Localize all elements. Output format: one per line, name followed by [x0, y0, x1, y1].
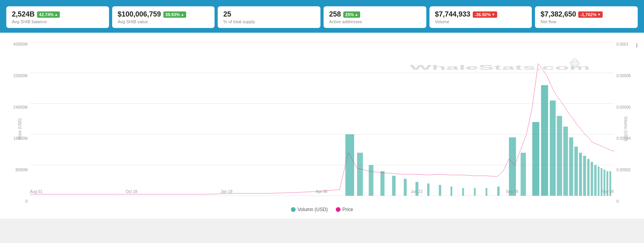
metric-label-active-addresses: Active addresses [329, 19, 421, 24]
y-left-tick: 8000M [15, 168, 28, 172]
legend-label: Volumn (USD) [298, 207, 328, 212]
metric-card-avg-shib-value: $100,006,759 39.93% Avg SHIB value [112, 6, 215, 28]
metric-badge-active-addresses: 25% [343, 11, 360, 18]
metrics-row: 2,524B 42.74% Avg SHIB balance $100,006,… [6, 6, 638, 31]
svg-rect-20 [509, 137, 516, 196]
metric-number-avg-shib-value: $100,006,759 [118, 10, 161, 19]
metric-label-avg-shib-balance: Avg SHIB balance [12, 19, 104, 24]
legend-dot [291, 207, 296, 212]
x-axis: Aug 01Oct 18Jan 18Apr 06Jun 23Sep 09Nov … [30, 188, 614, 196]
metric-value-pct-total-supply: 25 [223, 10, 315, 19]
y-right-tick: 0.00002 [616, 168, 631, 172]
y-right-tick: 0 [616, 199, 619, 204]
y-left-tick: 24000M [13, 105, 28, 109]
svg-point-40 [570, 59, 579, 68]
metric-value-avg-shib-balance: 2,524B 42.74% [12, 10, 104, 19]
metric-value-avg-shib-value: $100,006,759 39.93% [118, 10, 209, 19]
metric-badge-avg-shib-value: 39.93% [163, 11, 186, 18]
legend-label: Price [342, 207, 353, 212]
metric-badge-volume: -36.92% [473, 11, 497, 18]
y-right-tick: 0.00006 [616, 105, 631, 109]
x-axis-tick: Jun 23 [411, 189, 422, 196]
y-left-label: Price (USD) [18, 118, 22, 139]
metric-number-volume: $7,744,933 [435, 10, 470, 19]
svg-rect-22 [532, 122, 539, 196]
x-axis-tick: Nov 26 [601, 189, 614, 196]
svg-rect-6 [345, 134, 354, 196]
svg-rect-25 [557, 116, 562, 196]
y-left-tick: 32000M [13, 74, 28, 78]
x-axis-tick: Oct 18 [126, 189, 137, 196]
y-left-tick: 40000M [13, 42, 28, 46]
y-right-tick: 0.0001 [616, 42, 629, 46]
metric-label-avg-shib-value: Avg SHIB value [118, 19, 209, 24]
svg-rect-24 [550, 100, 556, 196]
chart-section: ℹ 40000M32000M24000M16000M8000M0 0.00010… [0, 33, 644, 219]
metric-card-active-addresses: 258 25% Active addresses [324, 6, 426, 28]
metric-badge-avg-shib-balance: 42.74% [37, 11, 60, 18]
metric-value-volume: $7,744,933 -36.92% [435, 10, 527, 19]
metric-number-active-addresses: 258 [329, 10, 341, 19]
y-right-label: Volumn (USD) [624, 116, 628, 141]
x-axis-tick: Jan 18 [220, 189, 232, 196]
metric-number-avg-shib-balance: 2,524B [12, 10, 35, 19]
metric-value-net-flow: $7,382,650 -1,762% [540, 10, 632, 19]
x-axis-tick: Apr 06 [316, 189, 327, 196]
x-axis-tick: Aug 01 [30, 189, 43, 196]
metric-number-net-flow: $7,382,650 [540, 10, 576, 19]
metric-number-pct-total-supply: 25 [223, 10, 231, 19]
metric-card-volume: $7,744,933 -36.92% Volume [429, 6, 532, 28]
chart-container: 40000M32000M24000M16000M8000M0 0.00010.0… [6, 42, 638, 215]
x-axis-tick: Sep 09 [506, 189, 518, 196]
watermark [569, 58, 583, 69]
metric-badge-net-flow: -1,762% [578, 11, 603, 18]
metric-value-active-addresses: 258 25% [329, 10, 421, 19]
header-bar: 2,524B 42.74% Avg SHIB balance $100,006,… [0, 0, 644, 33]
chart-inner: WhaleStats.com [30, 42, 614, 196]
metric-label-net-flow: Net flow [540, 19, 632, 24]
metric-label-volume: Volume [435, 19, 527, 24]
legend-item: Volumn (USD) [291, 207, 328, 212]
legend-dot [336, 207, 341, 212]
metric-card-net-flow: $7,382,650 -1,762% Net flow [535, 6, 638, 28]
legend: Volumn (USD) Price [291, 207, 353, 212]
y-left-tick: 0 [25, 199, 28, 204]
svg-text:WhaleStats.com: WhaleStats.com [410, 64, 590, 71]
svg-rect-26 [563, 127, 568, 196]
svg-rect-23 [541, 85, 548, 196]
metric-label-pct-total-supply: % of total supply [223, 19, 315, 24]
metric-card-pct-total-supply: 25 % of total supply [218, 6, 320, 28]
y-right-tick: 0.00008 [616, 74, 631, 78]
svg-rect-27 [569, 137, 573, 196]
legend-item: Price [336, 207, 353, 212]
metric-card-avg-shib-balance: 2,524B 42.74% Avg SHIB balance [6, 6, 109, 28]
